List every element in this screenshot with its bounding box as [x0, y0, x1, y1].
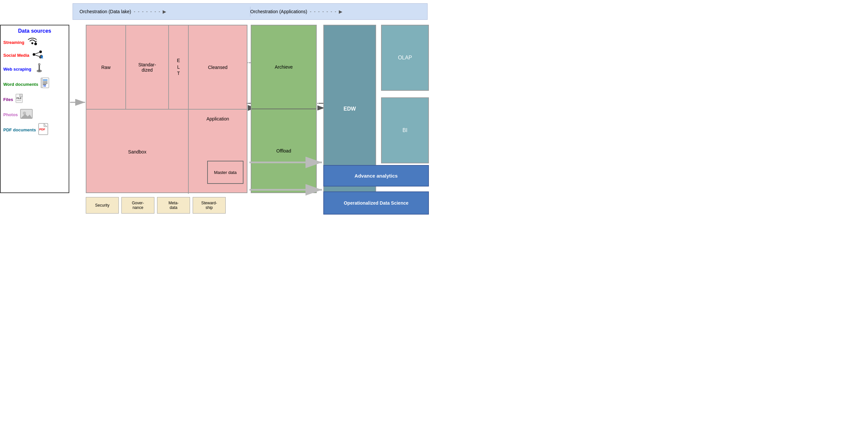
- bi-box: BI: [381, 97, 429, 164]
- application-cell: Application Master data: [189, 110, 247, 194]
- svg-rect-16: [43, 80, 48, 81]
- sandbox-cell: Sandbox: [87, 110, 189, 194]
- archive-label: Archieve: [275, 64, 292, 70]
- standardized-cell: Standar-dized: [126, 25, 169, 109]
- elt-cell: ELT: [169, 25, 189, 109]
- svg-point-13: [38, 63, 40, 65]
- std-label: Standar-dized: [138, 62, 156, 72]
- word-docs-label: Word documents: [3, 82, 38, 87]
- photos-icon: [20, 108, 33, 121]
- raw-cell: Raw: [87, 25, 126, 109]
- adv-analytics-arrow-icon: [249, 156, 324, 169]
- metadata-label: Meta-data: [157, 197, 190, 213]
- cleansed-label: Cleansed: [208, 65, 227, 70]
- svg-point-4: [33, 53, 35, 56]
- governance-text: Gover-nance: [132, 201, 144, 210]
- raw-label: Raw: [101, 65, 111, 70]
- svg-rect-18: [43, 83, 48, 84]
- svg-line-8: [35, 55, 39, 56]
- svg-rect-17: [43, 82, 48, 82]
- orchestration-banner: Orchestration (Data lake) - - - - - - - …: [72, 3, 428, 20]
- edw-label: EDW: [343, 106, 355, 112]
- orch-left-label: Orchestration (Data lake): [80, 9, 131, 14]
- svg-text:FILE: FILE: [17, 97, 22, 99]
- data-sources-title: Data sources: [3, 28, 66, 34]
- social-media-label: Social Media: [3, 53, 29, 58]
- diagram: Orchestration (Data lake) - - - - - - - …: [0, 0, 434, 220]
- ops-ds-arrow-icon: [249, 183, 324, 196]
- advance-analytics-box: Advance analytics: [323, 165, 429, 186]
- web-scraping-icon: [33, 62, 45, 76]
- bottom-labels: Security Gover-nance Meta-data Steward-s…: [86, 197, 226, 213]
- svg-rect-24: [17, 100, 21, 101]
- svg-text:PDF: PDF: [39, 128, 45, 131]
- sandbox-label: Sandbox: [128, 149, 146, 154]
- stewardship-text: Steward-ship: [201, 201, 217, 210]
- offload-label: Offload: [276, 148, 291, 153]
- pdf-icon: PDF: [38, 123, 49, 136]
- master-data-box: Master data: [207, 161, 244, 184]
- orch-right-arrow: - - - - - - - ▶: [310, 9, 343, 14]
- archive-cell: Archieve: [251, 25, 316, 109]
- list-item: Web scraping: [3, 62, 66, 76]
- lake-bottom: Sandbox Application Master data: [87, 110, 247, 194]
- data-sources-box: Data sources Streaming Social Media: [0, 25, 69, 193]
- data-lake: Raw Standar-dized ELT Cleansed Sandbox A…: [86, 25, 247, 193]
- metadata-text: Meta-data: [168, 201, 179, 210]
- olap-label: OLAP: [398, 55, 412, 61]
- photos-label: Photos: [3, 112, 18, 117]
- web-scraping-label: Web scraping: [3, 67, 31, 71]
- orch-left: Orchestration (Data lake) - - - - - - - …: [80, 9, 250, 14]
- ops-ds-box: Operationalized Data Science: [323, 192, 429, 214]
- list-item: Social Media 👤: [3, 50, 66, 60]
- svg-line-7: [35, 53, 39, 54]
- social-media-icon: 👤: [31, 50, 43, 60]
- olap-box: OLAP: [381, 25, 429, 91]
- orch-right: Orchestration (Applications) - - - - - -…: [250, 9, 421, 14]
- elt-label: ELT: [177, 57, 180, 77]
- security-text: Security: [95, 203, 109, 208]
- svg-text:👤: 👤: [40, 55, 43, 58]
- master-data-label: Master data: [214, 170, 237, 175]
- application-label: Application: [207, 116, 229, 121]
- word-icon: W: [40, 78, 51, 91]
- orch-right-label: Orchestration (Applications): [250, 9, 308, 14]
- advance-analytics-label: Advance analytics: [355, 173, 398, 179]
- svg-point-1: [34, 42, 37, 45]
- pdf-docs-label: PDF documents: [3, 127, 36, 133]
- svg-rect-22: [20, 94, 23, 97]
- bi-label: BI: [402, 127, 407, 133]
- cleansed-cell: Cleansed: [189, 25, 247, 109]
- list-item: Files FILE: [3, 93, 66, 106]
- streaming-label: Streaming: [3, 40, 24, 45]
- governance-label: Gover-nance: [121, 197, 154, 213]
- main-arrow-icon: [69, 96, 87, 109]
- svg-text:W: W: [43, 84, 46, 87]
- streaming-icon: [26, 37, 38, 48]
- files-label: Files: [3, 97, 13, 102]
- offload-cell: Offload: [251, 109, 316, 193]
- list-item: Streaming: [3, 37, 66, 48]
- list-item: Word documents W: [3, 78, 66, 91]
- ops-ds-label: Operationalized Data Science: [344, 200, 408, 206]
- security-label: Security: [86, 197, 119, 213]
- stewardship-label: Steward-ship: [193, 197, 226, 213]
- svg-point-0: [31, 42, 33, 44]
- list-item: PDF documents PDF: [3, 123, 66, 136]
- svg-point-5: [39, 51, 42, 53]
- files-icon: FILE: [15, 93, 26, 106]
- lake-top: Raw Standar-dized ELT Cleansed: [87, 25, 247, 110]
- list-item: Photos: [3, 108, 66, 121]
- orch-left-arrow: - - - - - - - ▶: [134, 9, 167, 14]
